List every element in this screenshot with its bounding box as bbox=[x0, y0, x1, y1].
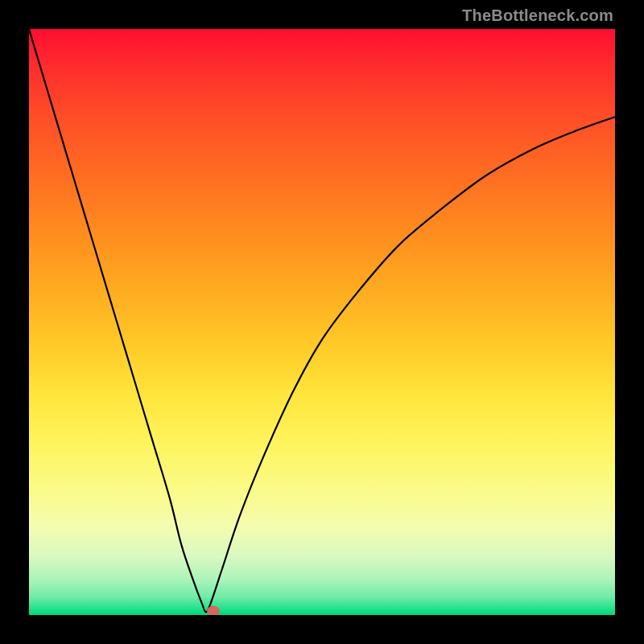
plot-area bbox=[29, 29, 615, 615]
chart-frame: TheBottleneck.com bbox=[0, 0, 644, 644]
curve-path bbox=[29, 29, 615, 612]
highlight-dot bbox=[207, 605, 220, 615]
bottleneck-curve bbox=[29, 29, 615, 615]
watermark-text: TheBottleneck.com bbox=[462, 6, 613, 25]
